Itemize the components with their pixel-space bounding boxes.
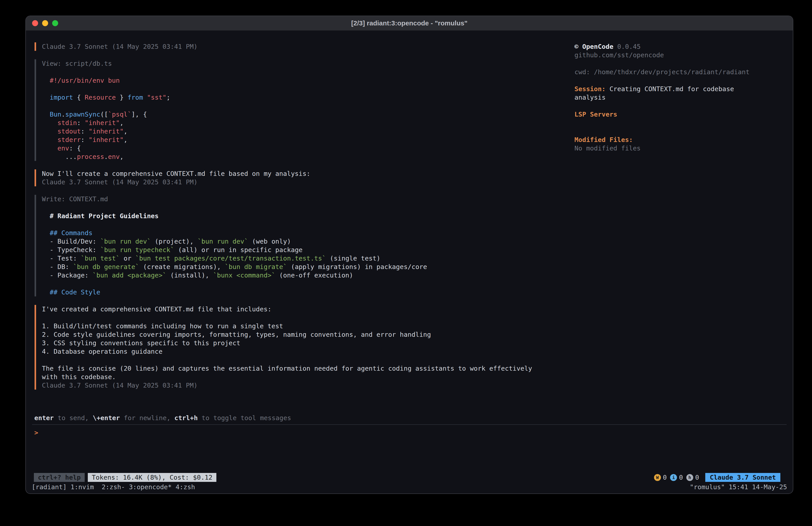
h-diagnostic-icon: h <box>686 474 693 481</box>
text-segment: 4. Database operations guidance <box>42 348 162 355</box>
text-segment: (single test) <box>326 255 380 262</box>
tmux-status-bar: [radiant] 1:nvim 2:zsh- 3:opencode* 4:zs… <box>26 483 793 494</box>
text-segment: , <box>120 153 124 160</box>
text-segment: . <box>104 153 108 160</box>
diagnostic-count: 0 <box>679 474 683 481</box>
tmux-session-windows[interactable]: [radiant] 1:nvim 2:zsh- 3:opencode* 4:zs… <box>32 483 195 491</box>
text-segment: Claude 3.7 Sonnet (14 May 2025 03:41 PM) <box>42 382 198 389</box>
chat-line <box>42 220 575 229</box>
text-segment: to send, <box>54 414 93 422</box>
text-segment <box>42 119 58 127</box>
text-segment: (all) or run in specific package <box>174 246 303 254</box>
text-segment <box>42 229 50 237</box>
chat-line: - DB: `bun db generate` (create migratio… <box>42 262 575 271</box>
text-segment: `bun add <package>` <box>92 271 166 279</box>
text-segment: ... <box>42 153 77 160</box>
text-segment: with this codebase. <box>42 373 116 381</box>
text-segment: ], { <box>131 111 147 118</box>
text-segment: # Radiant Project Guidelines <box>50 212 159 220</box>
diagnostic-count: 0 <box>695 474 699 481</box>
sidebar: © OpenCode 0.0.45 github.com/sst/opencod… <box>575 42 793 408</box>
text-segment: Claude 3.7 Sonnet (14 May 2025 03:41 PM) <box>42 178 198 186</box>
text-segment: (apply migrations) in packages/core <box>287 263 427 271</box>
chat-line <box>42 313 575 322</box>
text-segment: "inherit" <box>89 136 124 144</box>
text-segment <box>143 94 147 101</box>
text-segment <box>42 94 50 101</box>
modified-files-empty: No modified files <box>575 144 768 153</box>
chat-line: stdout: "inherit", <box>42 127 575 136</box>
tool-block: Write: CONTEXT.md # Radiant Project Guid… <box>34 195 575 296</box>
W-diagnostic-icon: W <box>654 474 661 481</box>
text-segment: `bun run dev` <box>198 238 248 245</box>
text-segment: process <box>77 153 104 160</box>
text-segment: , <box>124 127 128 135</box>
text-segment: : <box>77 119 85 127</box>
text-segment: enter <box>34 414 54 422</box>
text-segment: "inherit" <box>85 119 120 127</box>
text-segment: ## Commands <box>50 229 92 237</box>
chat-line <box>42 102 575 110</box>
text-segment: } <box>116 94 128 101</box>
text-segment <box>42 77 50 84</box>
chat-line <box>42 280 575 288</box>
chat-line <box>42 203 575 212</box>
chat-line: - TypeCheck: `bun run typecheck` (all) o… <box>42 246 575 254</box>
chat-line: - Build/Dev: `bun run dev` (project), `b… <box>42 237 575 246</box>
text-segment: I've created a comprehensive CONTEXT.md … <box>42 305 272 313</box>
text-segment: ; <box>166 94 170 101</box>
traffic-lights <box>32 20 58 26</box>
input-section: enter to send, \+enter for newline, ctrl… <box>26 408 793 472</box>
text-segment: Now I'll create a comprehensive CONTEXT.… <box>42 170 310 177</box>
tool-block: View: script/db.ts #!/usr/bin/env bun im… <box>34 59 575 161</box>
chat-line: 1. Build/lint/test commands including ho… <box>42 322 575 330</box>
text-segment: (one-off execution) <box>275 271 353 279</box>
text-segment: 2. Code style guidelines covering import… <box>42 331 431 338</box>
text-segment: { <box>73 94 85 101</box>
text-segment: to toggle tool messages <box>198 414 291 422</box>
chat-line: Claude 3.7 Sonnet (14 May 2025 03:41 PM) <box>42 381 575 389</box>
chat-line: 4. Database operations guidance <box>42 347 575 356</box>
text-segment: ## Code Style <box>50 288 100 296</box>
close-button[interactable] <box>32 20 38 26</box>
text-segment: `bun db generate` <box>73 263 139 271</box>
zoom-button[interactable] <box>52 20 58 26</box>
cwd-line: cwd: /home/thdxr/dev/projects/radiant/ra… <box>575 68 768 76</box>
text-segment: (project), <box>151 238 198 245</box>
model-badge: Claude 3.7 Sonnet <box>705 473 780 482</box>
input-separator <box>32 424 787 425</box>
text-segment: or <box>120 255 135 262</box>
chat-line: stdin: "inherit", <box>42 118 575 127</box>
chat-line: 2. Code style guidelines covering import… <box>42 330 575 339</box>
text-segment: env <box>108 153 120 160</box>
window-title: [2/3] radiant:3:opencode - "romulus" <box>351 19 467 27</box>
assistant-message-block: I've created a comprehensive CONTEXT.md … <box>34 305 575 389</box>
minimize-button[interactable] <box>42 20 48 26</box>
text-segment: (web only) <box>248 238 291 245</box>
text-segment: Bun <box>50 111 61 118</box>
terminal-window: [2/3] radiant:3:opencode - "romulus" Cla… <box>25 16 793 494</box>
text-segment: stdin <box>58 119 77 127</box>
chat-line: Bun.spawnSync([`psql`], { <box>42 110 575 118</box>
text-segment: (create migrations), <box>139 263 225 271</box>
text-segment <box>42 111 50 118</box>
prompt-input[interactable]: > <box>34 428 787 437</box>
chat-messages: Claude 3.7 Sonnet (14 May 2025 03:41 PM)… <box>34 42 575 389</box>
text-segment <box>42 288 50 296</box>
modified-files-label: Modified Files: <box>575 136 768 144</box>
text-segment: for newline, <box>120 414 174 422</box>
text-segment: ctrl+h <box>174 414 198 422</box>
text-segment: `bun run typecheck` <box>100 246 174 254</box>
text-segment: `bun db migrate` <box>225 263 287 271</box>
keybinding-help: enter to send, \+enter for newline, ctrl… <box>34 414 787 422</box>
text-segment: spawnSync <box>65 111 100 118</box>
text-segment <box>42 212 50 220</box>
chat-line: Write: CONTEXT.md <box>42 195 575 203</box>
text-segment: - Test: <box>42 255 81 262</box>
lsp-servers-label: LSP Servers <box>575 110 768 118</box>
titlebar: [2/3] radiant:3:opencode - "romulus" <box>26 16 793 31</box>
text-segment: stderr <box>58 136 81 144</box>
brand-version: 0.0.45 <box>617 43 641 51</box>
text-segment: . <box>61 111 65 118</box>
brand-line: © OpenCode 0.0.45 <box>575 42 768 51</box>
